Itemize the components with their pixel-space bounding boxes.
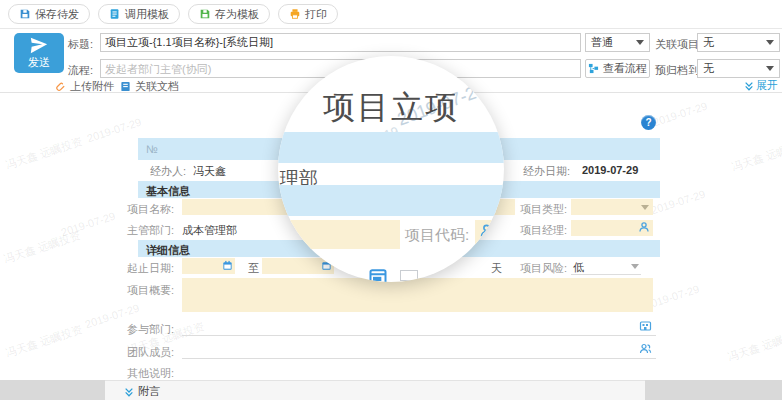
magnified-input-field (290, 220, 400, 249)
basic-info-title: 基本信息 (146, 184, 190, 199)
magnified-person-icon (479, 223, 494, 238)
serial-label: № (146, 143, 158, 155)
team-input[interactable] (182, 342, 656, 359)
print-icon (289, 8, 301, 20)
project-name-label: 项目名称: (112, 202, 174, 217)
handler-value: 冯天鑫 (193, 164, 226, 179)
send-label: 发送 (28, 55, 50, 70)
expand-label: 展开 (756, 78, 778, 93)
project-initiation-form-page: 冯天鑫 远瞩投资 2019-07-29 2019-07-29 冯天鑫 远瞩投资 … (0, 0, 782, 400)
summary-textarea[interactable] (182, 278, 653, 312)
paperclip-icon (55, 81, 66, 92)
start-date-input[interactable] (182, 258, 235, 274)
handler-label: 经办人: (150, 164, 186, 179)
risk-select[interactable]: 低 (571, 258, 641, 275)
watermark: 冯天鑫 远瞩投资 (4, 322, 85, 361)
load-template-button[interactable]: 调用模板 (98, 4, 180, 24)
send-button[interactable]: 发送 (14, 33, 64, 73)
watermark: 2019-07-29 (60, 210, 117, 239)
prearchive-label: 预归档到: (655, 63, 702, 78)
date-to-label: 至 (248, 261, 259, 276)
save-template-icon (199, 8, 211, 20)
project-type-label: 项目类型: (505, 202, 567, 217)
title-input[interactable] (100, 33, 581, 52)
related-doc-link[interactable]: 关联文档 (120, 79, 179, 94)
save-template-label: 存为模板 (215, 7, 259, 22)
chevron-down-icon (641, 205, 649, 210)
priority-value: 普通 (591, 35, 613, 50)
upload-attachment-label: 上传附件 (70, 79, 114, 94)
help-icon[interactable]: ? (641, 115, 656, 130)
save-pending-button[interactable]: 保存待发 (8, 4, 90, 24)
date-days-label: 天 (491, 261, 502, 276)
participating-label: 参与部门: (112, 322, 174, 337)
related-doc-label: 关联文档 (135, 79, 179, 94)
chevron-down-icon (631, 264, 639, 269)
chevron-down-icon (766, 66, 774, 71)
risk-label: 项目风险: (505, 261, 567, 276)
chevron-down-icon (636, 40, 644, 45)
title-label: 标题: (68, 37, 93, 52)
manager-label: 项目经理: (505, 223, 567, 238)
watermark: 冯天鑫 远瞩投资 (730, 136, 782, 175)
print-button[interactable]: 打印 (278, 4, 338, 24)
magnified-code-label: 项目代码: (405, 226, 469, 245)
calendar-icon[interactable] (222, 260, 233, 271)
document-icon (120, 81, 131, 92)
save-template-button[interactable]: 存为模板 (188, 4, 270, 24)
postscript-toggle[interactable]: 附言 (124, 384, 160, 399)
postscript-bar-left (0, 380, 105, 400)
dept-label: 主管部门: (112, 223, 174, 238)
risk-value: 低 (573, 260, 584, 275)
related-project-select[interactable]: 无 (697, 33, 780, 52)
view-flow-label: 查看流程 (603, 61, 647, 76)
prearchive-select[interactable]: 无 (697, 59, 780, 78)
magnified-form-title: 项目立项 (278, 86, 504, 130)
watermark: 2019-07-29 (652, 100, 709, 129)
related-project-value: 无 (703, 35, 714, 50)
date-range-label: 起止日期: (112, 261, 174, 276)
department-icon[interactable] (639, 319, 652, 332)
priority-select[interactable]: 普通 (585, 33, 650, 52)
watermark: 冯天鑫 远瞩投资 (726, 326, 782, 365)
upload-attachment-link[interactable]: 上传附件 (55, 79, 114, 94)
postscript-label: 附言 (138, 384, 160, 399)
print-label: 打印 (305, 7, 327, 22)
magnified-section-band (278, 185, 504, 216)
view-flow-button[interactable]: 查看流程 (585, 59, 650, 78)
chevron-down-icon (766, 40, 774, 45)
flow-label: 流程: (68, 63, 93, 78)
participating-input[interactable] (182, 319, 656, 336)
team-label: 团队成员: (112, 345, 174, 360)
magnified-calendar-icon (368, 266, 388, 282)
double-chevron-down-icon (124, 387, 134, 397)
detail-info-title: 详细信息 (146, 243, 190, 258)
end-date-input[interactable] (262, 258, 334, 274)
watermark: 冯天鑫 远瞩投资 (4, 134, 85, 173)
expand-link[interactable]: 展开 (744, 78, 778, 93)
handle-date-value: 2019-07-29 (582, 164, 638, 176)
save-pending-icon (19, 8, 31, 20)
dept-value: 成本管理部 (182, 223, 237, 238)
manager-input[interactable] (571, 220, 653, 236)
handle-date-label: 经办日期: (523, 164, 570, 179)
summary-label: 项目概要: (112, 283, 174, 298)
watermark: 2019-07-29 (86, 116, 143, 145)
magnifier-overlay: 2019-07-2 2019 项目立项 理部 项目代码: (278, 56, 504, 282)
watermark: 冯天鑫 远瞩投资 (2, 228, 83, 267)
save-pending-label: 保存待发 (35, 7, 79, 22)
person-icon[interactable] (638, 221, 650, 233)
other-label: 其他说明: (112, 366, 174, 381)
load-template-label: 调用模板 (125, 7, 169, 22)
magnified-fragment (400, 270, 418, 281)
project-type-select[interactable] (571, 199, 653, 215)
top-toolbar: 保存待发 调用模板 存为模板 打印 (0, 0, 782, 29)
postscript-bar-right (645, 380, 782, 400)
double-chevron-down-icon (744, 81, 754, 91)
load-template-icon (109, 8, 121, 20)
magnified-section-band (278, 132, 504, 163)
flowchart-icon (588, 63, 599, 74)
prearchive-value: 无 (703, 61, 714, 76)
people-icon[interactable] (639, 342, 652, 355)
related-project-label: 关联项目: (655, 37, 702, 52)
